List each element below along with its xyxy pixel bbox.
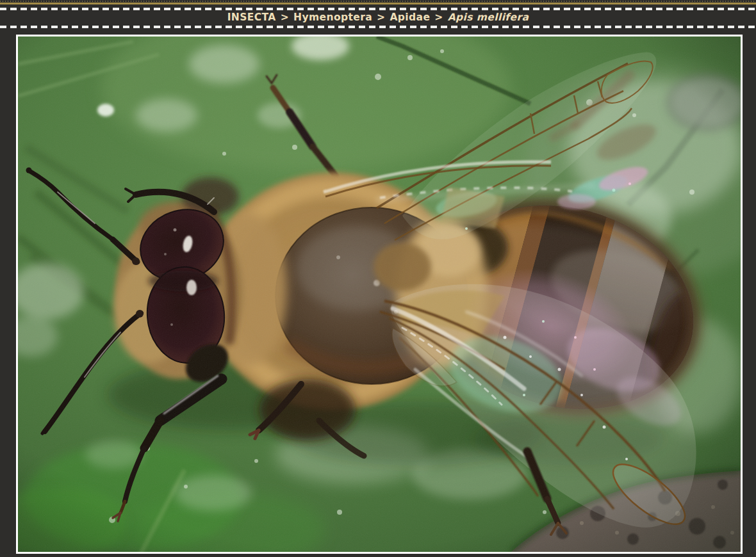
dashed-rule-bottom [0, 26, 756, 28]
breadcrumb-item-species[interactable]: Apis mellifera [448, 12, 529, 23]
breadcrumb-item-order[interactable]: Hymenoptera [293, 12, 372, 23]
breadcrumb-item-family[interactable]: Apidae [390, 12, 430, 23]
specimen-photo [18, 36, 741, 552]
gold-rule [0, 3, 756, 4]
breadcrumb: INSECTA>Hymenoptera>Apidae>Apis mellifer… [0, 11, 756, 24]
top-micro-dotted-rule [0, 1, 756, 2]
breadcrumb-separator: > [377, 12, 385, 23]
photo-grain [18, 36, 741, 552]
taxonomy-photo-page: { "header": { "breadcrumb": { "items": [… [0, 0, 756, 557]
specimen-photo-frame [16, 35, 743, 554]
breadcrumb-separator: > [281, 12, 289, 23]
dashed-rule-top [0, 8, 756, 10]
breadcrumb-separator: > [434, 12, 443, 23]
breadcrumb-item-class[interactable]: INSECTA [227, 12, 276, 23]
